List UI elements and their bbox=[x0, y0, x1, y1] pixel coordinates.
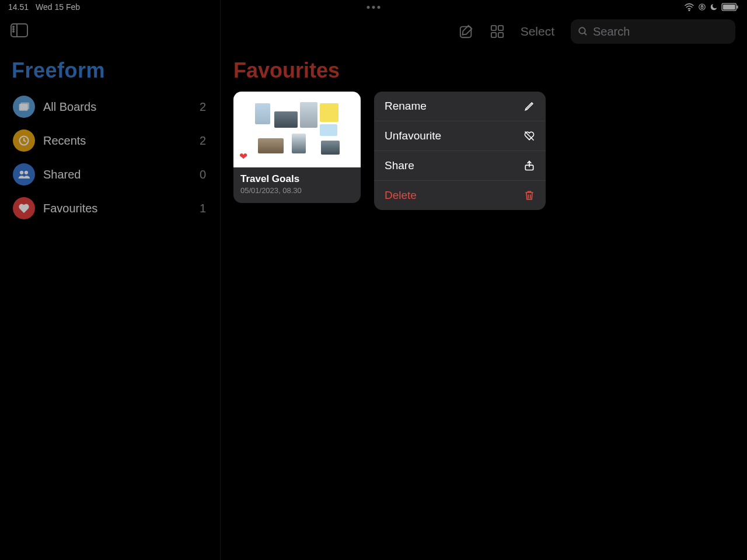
sidebar-item-label: Recents bbox=[43, 134, 86, 148]
sidebar-item-shared[interactable]: Shared 0 bbox=[5, 158, 215, 191]
board-date: 05/01/2023, 08.30 bbox=[240, 186, 354, 195]
app-title: Freeform bbox=[0, 49, 220, 88]
svg-point-8 bbox=[13, 26, 14, 27]
sidebar-toggle-icon[interactable] bbox=[11, 23, 28, 40]
boards-icon bbox=[13, 96, 35, 118]
svg-rect-12 bbox=[20, 103, 29, 110]
sidebar-item-all-boards[interactable]: All Boards 2 bbox=[5, 90, 215, 124]
context-unfavourite[interactable]: Unfavourite bbox=[374, 121, 546, 151]
context-menu: Rename Unfavourite Share Delete bbox=[374, 92, 546, 210]
sidebar-item-label: All Boards bbox=[43, 100, 96, 114]
board-title: Travel Goals bbox=[240, 173, 354, 185]
share-icon bbox=[523, 160, 535, 172]
search-icon bbox=[578, 26, 588, 37]
clock-icon bbox=[13, 130, 35, 152]
context-item-label: Rename bbox=[385, 100, 427, 113]
context-item-label: Share bbox=[385, 159, 414, 172]
sidebar-item-recents[interactable]: Recents 2 bbox=[5, 124, 215, 158]
context-item-label: Unfavourite bbox=[385, 130, 441, 142]
context-delete[interactable]: Delete bbox=[374, 181, 546, 210]
select-button[interactable]: Select bbox=[521, 24, 554, 38]
sidebar-item-label: Favourites bbox=[43, 202, 97, 215]
board-preview: ❤ bbox=[233, 92, 361, 167]
sidebar: Freeform All Boards 2 Recents 2 S bbox=[0, 0, 221, 560]
sidebar-item-favourites[interactable]: Favourites 1 bbox=[5, 191, 215, 225]
favourite-heart-icon: ❤ bbox=[239, 150, 247, 163]
search-field[interactable] bbox=[571, 19, 735, 44]
grid-view-button[interactable] bbox=[490, 24, 504, 38]
context-item-label: Delete bbox=[385, 189, 417, 202]
trash-icon bbox=[523, 190, 535, 201]
svg-point-9 bbox=[13, 29, 14, 30]
svg-rect-17 bbox=[491, 26, 495, 30]
heart-slash-icon bbox=[523, 130, 535, 142]
svg-line-22 bbox=[584, 33, 587, 35]
people-icon bbox=[13, 163, 35, 186]
heart-icon bbox=[13, 197, 35, 219]
status-date: Wed 15 Feb bbox=[36, 2, 80, 12]
page-title: Favourites bbox=[221, 49, 747, 93]
main-content: Select Favourites ❤ Travel Goals 05/01/2… bbox=[221, 0, 747, 560]
toolbar: Select bbox=[221, 14, 747, 49]
svg-point-14 bbox=[20, 171, 23, 174]
svg-rect-18 bbox=[498, 26, 502, 30]
svg-rect-20 bbox=[498, 33, 502, 37]
status-time: 14.51 bbox=[8, 2, 29, 12]
context-share[interactable]: Share bbox=[374, 151, 546, 181]
sidebar-item-count: 2 bbox=[200, 100, 206, 114]
sidebar-item-count: 2 bbox=[200, 134, 206, 148]
sidebar-item-count: 0 bbox=[200, 168, 206, 181]
context-rename[interactable]: Rename bbox=[374, 92, 546, 121]
board-card[interactable]: ❤ Travel Goals 05/01/2023, 08.30 bbox=[233, 92, 361, 203]
search-input[interactable] bbox=[593, 25, 728, 38]
sidebar-item-count: 1 bbox=[200, 202, 206, 215]
svg-point-15 bbox=[25, 171, 28, 174]
svg-rect-19 bbox=[491, 33, 495, 37]
pencil-icon bbox=[523, 100, 535, 112]
svg-point-21 bbox=[579, 27, 585, 33]
svg-point-10 bbox=[13, 31, 14, 32]
sidebar-item-label: Shared bbox=[43, 168, 81, 181]
compose-button[interactable] bbox=[459, 24, 474, 39]
